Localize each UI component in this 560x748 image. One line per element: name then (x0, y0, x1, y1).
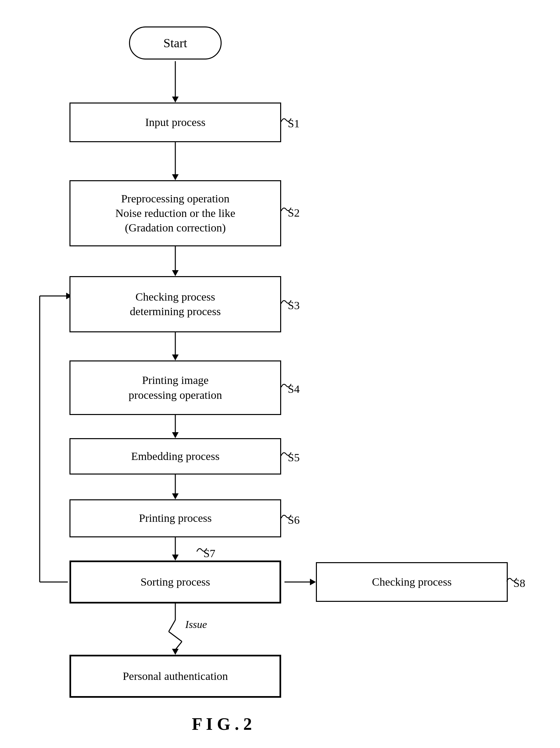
step-s2-box: Preprocessing operation Noise reduction … (69, 180, 281, 247)
step-s3-label: Checking process determining process (130, 290, 221, 319)
step-s5-box: Embedding process (69, 438, 281, 474)
step-s5-label: Embedding process (131, 449, 219, 464)
svg-marker-1 (172, 97, 179, 102)
step-s6-box: Printing process (69, 499, 281, 537)
flowchart-diagram: Start Input process S1 Preprocessing ope… (0, 0, 560, 748)
svg-marker-5 (172, 270, 179, 276)
svg-marker-9 (172, 432, 179, 438)
step-s9-label: Personal authentication (123, 669, 228, 683)
svg-line-23 (175, 641, 182, 650)
svg-marker-11 (172, 493, 179, 499)
step-s3-box: Checking process determining process (69, 276, 281, 332)
step-s1-box: Input process (69, 102, 281, 142)
step-s7-label: Sorting process (141, 575, 210, 589)
svg-marker-15 (310, 579, 316, 585)
step-s7-box: Sorting process (69, 561, 281, 604)
issue-label: Issue (185, 618, 207, 631)
step-s6-label: Printing process (139, 511, 212, 525)
step-s8-box: Checking process (316, 562, 508, 602)
svg-marker-3 (172, 174, 179, 180)
step-s2-label: Preprocessing operation Noise reduction … (115, 191, 235, 235)
svg-line-22 (169, 632, 182, 641)
step-s8-label: Checking process (372, 575, 452, 589)
svg-line-21 (169, 620, 175, 632)
figure-label: F I G . 2 (192, 714, 252, 734)
step-s9-box: Personal authentication (69, 655, 281, 698)
step-s4-box: Printing image processing operation (69, 360, 281, 415)
start-label: Start (163, 36, 187, 50)
start-node: Start (129, 26, 221, 60)
svg-marker-24 (172, 649, 179, 655)
svg-marker-13 (172, 555, 179, 561)
step-s4-label: Printing image processing operation (129, 373, 222, 402)
step-s1-label: Input process (145, 115, 205, 130)
svg-marker-7 (172, 354, 179, 360)
